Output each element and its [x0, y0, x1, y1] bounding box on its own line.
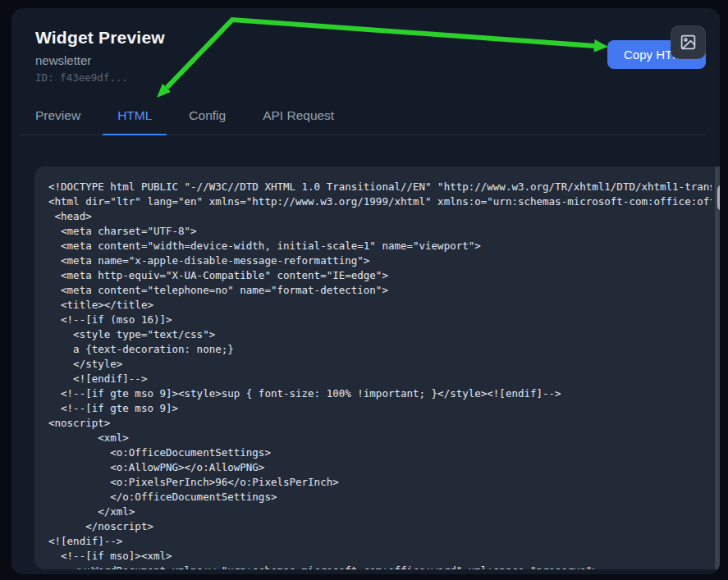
tab-api-request[interactable]: API Request	[248, 103, 349, 135]
widget-preview-modal: Widget Preview newsletter ID: f43ee9df..…	[11, 8, 720, 574]
scrollbar-down-arrow-icon[interactable]: ▼	[715, 554, 720, 567]
html-source-code[interactable]: <!DOCTYPE html PUBLIC "-//W3C//DTD XHTML…	[48, 180, 712, 569]
tab-html[interactable]: HTML	[103, 103, 167, 135]
scrollbar-thumb[interactable]	[717, 185, 720, 211]
widget-name: newsletter	[35, 53, 706, 67]
tab-bar: Preview HTML Config API Request	[21, 103, 706, 135]
image-export-button[interactable]	[671, 25, 706, 59]
widget-id: ID: f43ee9df...	[35, 71, 706, 84]
tab-preview[interactable]: Preview	[21, 103, 95, 135]
scrollbar-up-arrow-icon[interactable]: ▲	[715, 169, 720, 182]
code-scrollbar[interactable]: ▲ ▼	[715, 167, 720, 569]
page-title: Widget Preview	[35, 28, 706, 48]
image-icon	[680, 34, 697, 51]
tab-config[interactable]: Config	[174, 103, 240, 135]
modal-header: Widget Preview newsletter ID: f43ee9df..…	[11, 8, 720, 84]
code-panel: <!DOCTYPE html PUBLIC "-//W3C//DTD XHTML…	[34, 167, 720, 569]
